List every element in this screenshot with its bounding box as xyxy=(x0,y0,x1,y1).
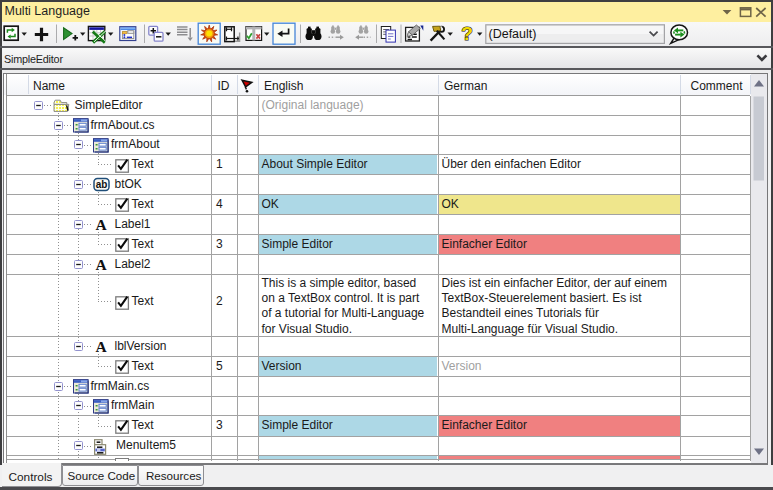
svg-text:(Default): (Default) xyxy=(489,27,537,41)
svg-text:A: A xyxy=(95,257,107,272)
svg-text:?: ? xyxy=(461,23,473,44)
svg-text:A: A xyxy=(95,339,107,354)
svg-text:A: A xyxy=(95,217,107,232)
svg-text:ab: ab xyxy=(95,179,107,190)
